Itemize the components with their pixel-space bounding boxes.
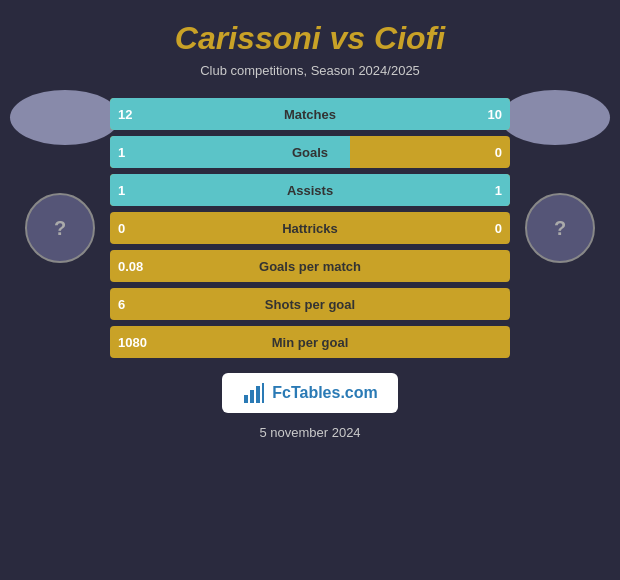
logo-icon (242, 381, 266, 405)
stat-left-val-4: 0.08 (118, 259, 143, 274)
stat-row-6: 1080Min per goal (110, 326, 510, 358)
stat-row-4: 0.08Goals per match (110, 250, 510, 282)
svg-rect-2 (256, 386, 260, 403)
match-title: Carissoni vs Ciofi (175, 20, 445, 57)
stat-right-val-1: 0 (495, 145, 502, 160)
stat-label-1: Goals (110, 145, 510, 160)
stat-row-3: 0Hattricks0 (110, 212, 510, 244)
svg-rect-1 (250, 390, 254, 403)
svg-rect-0 (244, 395, 248, 403)
stat-label-3: Hattricks (110, 221, 510, 236)
left-player-icon: ? (54, 217, 66, 240)
svg-rect-3 (262, 383, 264, 403)
right-player-avatar: ? (510, 128, 610, 328)
stat-right-val-3: 0 (495, 221, 502, 236)
stat-left-val-5: 6 (118, 297, 125, 312)
match-subtitle: Club competitions, Season 2024/2025 (200, 63, 420, 78)
date-text: 5 november 2024 (259, 425, 360, 440)
stat-left-val-1: 1 (118, 145, 125, 160)
comparison-area: ? 12Matches101Goals01Assists10Hattricks0… (10, 98, 610, 358)
logo-text: FcTables.com (272, 384, 378, 402)
stat-left-val-0: 12 (118, 107, 132, 122)
left-player-avatar: ? (10, 128, 110, 328)
stat-right-val-0: 10 (488, 107, 502, 122)
stat-row-5: 6Shots per goal (110, 288, 510, 320)
stat-label-4: Goals per match (110, 259, 510, 274)
stat-row-1: 1Goals0 (110, 136, 510, 168)
main-card: Carissoni vs Ciofi Club competitions, Se… (0, 0, 620, 580)
right-player-icon: ? (554, 217, 566, 240)
stat-left-val-2: 1 (118, 183, 125, 198)
stat-label-6: Min per goal (110, 335, 510, 350)
right-avatar-circle: ? (525, 193, 595, 263)
stat-left-val-3: 0 (118, 221, 125, 236)
stat-row-2: 1Assists1 (110, 174, 510, 206)
stat-label-5: Shots per goal (110, 297, 510, 312)
stats-container: 12Matches101Goals01Assists10Hattricks00.… (110, 98, 510, 358)
logo-area: FcTables.com (222, 373, 398, 413)
stat-right-val-2: 1 (495, 183, 502, 198)
stat-label-2: Assists (110, 183, 510, 198)
stat-label-0: Matches (110, 107, 510, 122)
stat-row-0: 12Matches10 (110, 98, 510, 130)
stat-left-val-6: 1080 (118, 335, 147, 350)
left-avatar-circle: ? (25, 193, 95, 263)
